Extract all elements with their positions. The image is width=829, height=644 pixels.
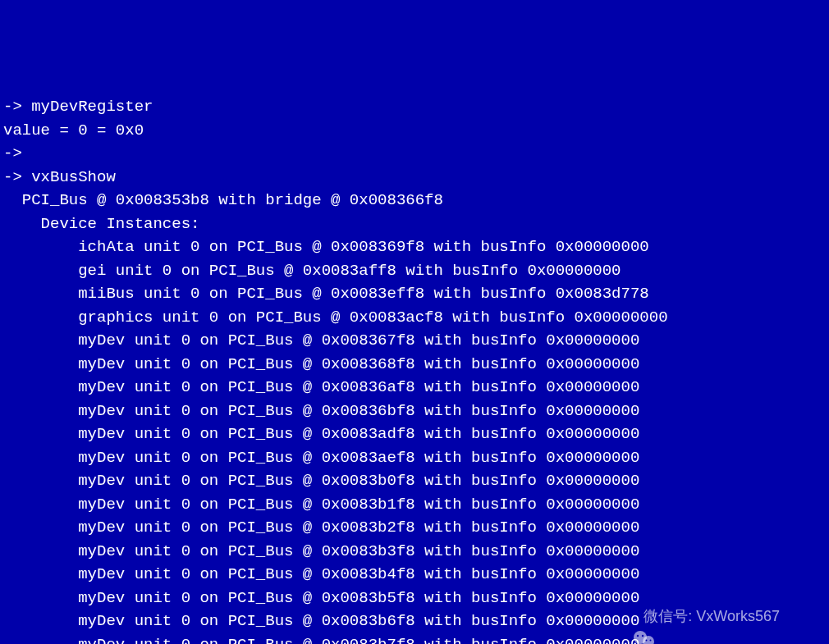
terminal-line: myDev unit 0 on PCI_Bus @ 0x0083b7f8 wit…	[3, 633, 826, 645]
watermark-text: 微信号: VxWorks567	[644, 605, 780, 628]
terminal-line: miiBus unit 0 on PCI_Bus @ 0x0083eff8 wi…	[3, 282, 826, 306]
terminal-line: myDev unit 0 on PCI_Bus @ 0x008367f8 wit…	[3, 329, 826, 353]
terminal-line: myDev unit 0 on PCI_Bus @ 0x0083b0f8 wit…	[3, 469, 826, 493]
terminal-line: myDev unit 0 on PCI_Bus @ 0x0083b3f8 wit…	[3, 540, 826, 564]
terminal-line: Device Instances:	[3, 212, 826, 236]
svg-point-5	[650, 639, 652, 641]
terminal-line: myDev unit 0 on PCI_Bus @ 0x00836af8 wit…	[3, 376, 826, 400]
terminal-line: ichAta unit 0 on PCI_Bus @ 0x008369f8 wi…	[3, 235, 826, 259]
terminal-line: -> myDevRegister	[3, 95, 826, 119]
terminal-line: -> vxBusShow	[3, 166, 826, 190]
terminal-line: myDev unit 0 on PCI_Bus @ 0x0083adf8 wit…	[3, 422, 826, 446]
terminal-output[interactable]: -> myDevRegistervalue = 0 = 0x0->-> vxBu…	[3, 95, 826, 644]
terminal-line: value = 0 = 0x0	[3, 119, 826, 143]
terminal-line: myDev unit 0 on PCI_Bus @ 0x0083b2f8 wit…	[3, 516, 826, 540]
terminal-line: myDev unit 0 on PCI_Bus @ 0x0083b1f8 wit…	[3, 493, 826, 517]
terminal-line: myDev unit 0 on PCI_Bus @ 0x0083b4f8 wit…	[3, 563, 826, 587]
terminal-line: myDev unit 0 on PCI_Bus @ 0x008368f8 wit…	[3, 353, 826, 377]
terminal-line: graphics unit 0 on PCI_Bus @ 0x0083acf8 …	[3, 306, 826, 330]
terminal-line: myDev unit 0 on PCI_Bus @ 0x0083aef8 wit…	[3, 446, 826, 470]
terminal-line: gei unit 0 on PCI_Bus @ 0x0083aff8 with …	[3, 259, 826, 283]
terminal-line: PCI_Bus @ 0x008353b8 with bridge @ 0x008…	[3, 189, 826, 212]
svg-point-2	[637, 634, 639, 636]
svg-point-4	[646, 639, 648, 641]
watermark: 微信号: VxWorks567	[616, 605, 780, 628]
terminal-line: ->	[3, 142, 826, 166]
wechat-icon	[616, 607, 639, 627]
terminal-line: myDev unit 0 on PCI_Bus @ 0x00836bf8 wit…	[3, 400, 826, 423]
svg-point-3	[642, 634, 644, 636]
